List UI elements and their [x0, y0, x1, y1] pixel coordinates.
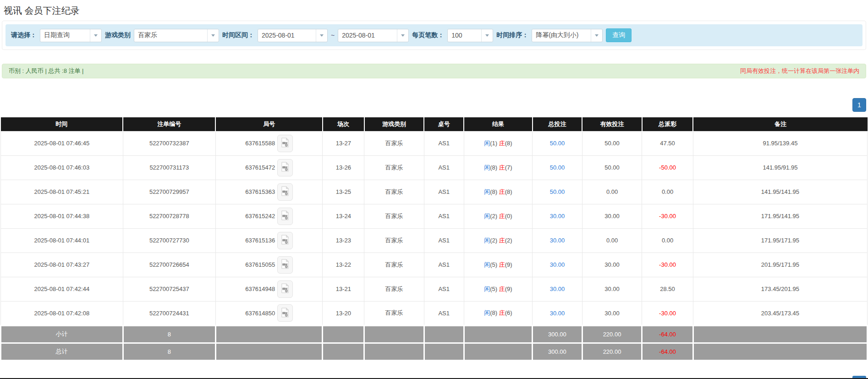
col-payout: 总派彩	[642, 117, 693, 131]
total-bet-link[interactable]: 30.00	[550, 286, 565, 292]
video-replay-button[interactable]	[277, 232, 293, 249]
session-number: 13-22	[323, 253, 364, 277]
remark: 141.95/141.95	[693, 180, 867, 204]
subtotal-row: 小计 8 300.00 220.00 -64.00	[1, 325, 868, 343]
subtotal-label: 小计	[1, 325, 123, 343]
round-number-text: 637615242	[245, 213, 275, 220]
col-game: 游戏类别	[364, 117, 424, 131]
per-page-select[interactable]: 100	[447, 29, 493, 42]
remark: 173.45/201.95	[693, 277, 867, 301]
session-number: 13-23	[323, 228, 364, 253]
total-bet: 30.00	[533, 301, 582, 325]
total-bet-link[interactable]: 50.00	[550, 140, 565, 147]
game-result: 闲(8) 庄(6)	[464, 301, 532, 325]
sort-select[interactable]: 降幂(由大到小)	[532, 29, 603, 42]
game-category: 百家乐	[364, 204, 424, 228]
total-bet-link[interactable]: 30.00	[550, 213, 565, 220]
player-result: 闲	[484, 309, 490, 316]
remark: 203.45/173.45	[693, 301, 867, 325]
query-button[interactable]: 查询	[606, 28, 632, 42]
query-type-select[interactable]: 日期查询	[40, 29, 102, 42]
table-row: 2025-08-01 07:45:21522700729957637615363…	[1, 180, 868, 204]
chevron-down-icon[interactable]	[397, 29, 408, 42]
payout: -30.00	[642, 204, 693, 228]
bet-time: 2025-08-01 07:46:03	[1, 155, 123, 180]
chevron-down-icon[interactable]	[207, 29, 219, 42]
table-row: 2025-08-01 07:42:44522700725437637614948…	[1, 277, 868, 301]
game-category: 百家乐	[364, 301, 424, 325]
chevron-down-icon[interactable]	[316, 29, 327, 42]
sort-value: 降幂(由大到小)	[532, 31, 591, 39]
video-replay-button[interactable]	[277, 135, 293, 152]
video-replay-button[interactable]	[277, 256, 293, 274]
total-bet-link[interactable]: 30.00	[550, 261, 565, 268]
bet-id: 522700729957	[123, 180, 215, 204]
game-category: 百家乐	[364, 131, 424, 155]
video-replay-button[interactable]	[277, 304, 293, 322]
payout: 0.00	[642, 228, 693, 253]
chevron-down-icon[interactable]	[481, 29, 493, 42]
video-file-icon	[281, 210, 289, 222]
video-file-icon	[281, 308, 289, 319]
date-to-select[interactable]: 2025-08-01	[338, 29, 409, 42]
total-bet-link[interactable]: 50.00	[550, 164, 565, 171]
round-number-text: 637614948	[245, 286, 275, 292]
game-category: 百家乐	[364, 180, 424, 204]
col-round: 局号	[215, 117, 323, 131]
total-bet-link[interactable]: 30.00	[550, 310, 565, 317]
table-number: AS1	[424, 180, 464, 204]
bet-id: 522700727730	[123, 228, 215, 253]
summary-bar: 币别 : 人民币 | 总共 :8 注单 | 同局有效投注，统一计算在该局第一张注…	[2, 64, 866, 78]
table-footer: 小计 8 300.00 220.00 -64.00 总计 8 300.00 22…	[1, 325, 868, 360]
bet-time: 2025-08-01 07:43:27	[1, 253, 123, 277]
total-bet-link[interactable]: 30.00	[550, 237, 565, 244]
total-total-bet: 300.00	[533, 343, 582, 360]
remark: 171.95/171.95	[693, 228, 867, 253]
video-replay-button[interactable]	[277, 159, 293, 176]
payout: -50.00	[642, 155, 693, 180]
round-number: 637615242	[215, 204, 323, 228]
game-category: 百家乐	[364, 228, 424, 253]
game-category: 百家乐	[364, 155, 424, 180]
player-result: 闲	[484, 164, 490, 171]
date-range-tilde: ~	[331, 32, 335, 39]
col-table: 桌号	[424, 117, 464, 131]
table-row: 2025-08-01 07:46:03522700731173637615472…	[1, 155, 868, 180]
table-row: 2025-08-01 07:46:45522700732387637615588…	[1, 131, 868, 155]
round-number: 637614850	[215, 301, 323, 325]
video-replay-button[interactable]	[277, 280, 293, 298]
page-title: 视讯 会员下注纪录	[0, 0, 868, 20]
video-replay-button[interactable]	[277, 208, 293, 225]
query-type-value: 日期查询	[40, 31, 90, 39]
chevron-down-icon[interactable]	[90, 29, 101, 42]
game-category-select[interactable]: 百家乐	[134, 29, 219, 42]
date-from-select[interactable]: 2025-08-01	[258, 29, 328, 42]
session-number: 13-21	[323, 277, 364, 301]
game-result: 闲(2) 庄(0)	[464, 204, 532, 228]
col-session: 场次	[323, 117, 364, 131]
bet-time: 2025-08-01 07:44:38	[1, 204, 123, 228]
banker-result: 庄	[499, 237, 505, 244]
table-number: AS1	[424, 155, 464, 180]
payout: -30.00	[642, 253, 693, 277]
total-bet: 30.00	[533, 204, 582, 228]
page-1-button[interactable]: 1	[852, 98, 866, 112]
game-result: 闲(2) 庄(2)	[464, 228, 532, 253]
per-page-value: 100	[448, 32, 481, 39]
banker-result: 庄	[499, 164, 505, 171]
session-number: 13-26	[323, 155, 364, 180]
valid-bet: 0.00	[582, 180, 642, 204]
game-category-label: 游戏类别	[105, 31, 131, 39]
player-result: 闲	[484, 286, 490, 292]
session-number: 13-27	[323, 131, 364, 155]
total-bet-link[interactable]: 50.00	[550, 188, 565, 195]
round-number-text: 637615136	[245, 237, 275, 244]
bet-time: 2025-08-01 07:45:21	[1, 180, 123, 204]
game-result: 闲(8) 庄(8)	[464, 180, 532, 204]
video-file-icon	[281, 186, 289, 198]
game-result: 闲(5) 庄(9)	[464, 277, 532, 301]
chevron-down-icon[interactable]	[591, 29, 602, 42]
filter-bar: 请选择： 日期查询 游戏类别 百家乐 时间区间： 2025-08-01 ~ 20…	[5, 24, 863, 46]
round-number: 637615588	[215, 131, 323, 155]
video-replay-button[interactable]	[277, 183, 293, 201]
